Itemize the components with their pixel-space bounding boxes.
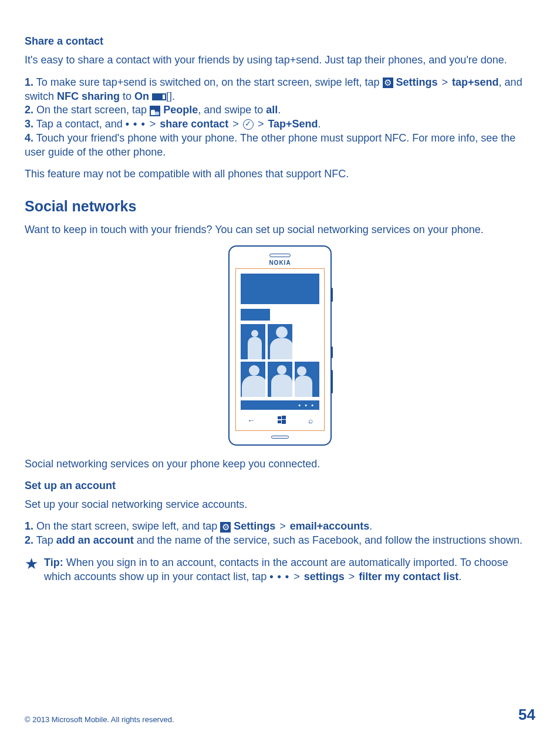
step1-on: On (134, 90, 149, 102)
setup-step2-add: add an account (56, 534, 134, 546)
setup-step1-end: . (369, 520, 372, 532)
step3-share: share contact (160, 118, 228, 130)
setup-steps: 1. On the start screen, swipe left, and … (25, 520, 535, 548)
step3-tapsend: Tap+Send (268, 118, 318, 130)
gt-2: > (149, 118, 157, 130)
nav-search-icon: ⌕ (308, 416, 313, 426)
toggle-on-icon (152, 92, 172, 102)
setup-step2-b: Tap (33, 534, 56, 546)
settings-icon-2 (220, 522, 231, 533)
tip-block: ★ Tip: When you sign in to an account, c… (25, 556, 535, 584)
svg-rect-3 (278, 416, 281, 419)
more-dots-icon-2: • • • (269, 571, 289, 582)
step4-b: Touch your friend's phone with your phon… (25, 132, 515, 158)
nav-back-icon: ← (247, 416, 255, 426)
nav-windows-icon (278, 416, 286, 426)
gt-3: > (231, 118, 240, 130)
setup-step1-b: On the start screen, swipe left, and tap (33, 520, 220, 532)
svg-rect-4 (282, 416, 286, 419)
star-icon: ★ (25, 556, 38, 571)
step1-settings: Settings (396, 76, 438, 88)
heading-share-contact: Share a contact (25, 35, 535, 48)
gt-1: > (441, 76, 450, 88)
svg-rect-6 (282, 420, 286, 424)
setup-step-1: 1. (25, 520, 33, 532)
settings-icon (383, 77, 393, 88)
setup-step2-c: and the name of the service, such as Fac… (134, 534, 522, 546)
gt-7: > (348, 571, 356, 582)
heading-setup-account: Set up an account (25, 480, 535, 492)
setup-step1-settings: Settings (234, 520, 275, 532)
step2-text-b: On the start screen, tap (33, 104, 150, 116)
setup-step1-email: email+accounts (290, 520, 370, 532)
phone-more-dots: • • • (241, 400, 319, 410)
social-intro: Want to keep in touch with your friends?… (25, 223, 535, 237)
step2-c: , and swipe to (198, 104, 266, 116)
heading-social-networks: Social networks (25, 198, 535, 215)
step1-text-a: To make sure tap+send is switched on, on… (33, 76, 382, 88)
step-num-4: 4. (25, 132, 33, 144)
page-number: 54 (518, 706, 535, 724)
step3-b: Tap a contact, and (33, 118, 126, 130)
svg-rect-2 (167, 92, 171, 102)
copyright: © 2013 Microsoft Mobile. All rights rese… (25, 715, 174, 724)
step3-end: . (318, 118, 321, 130)
tip-label: Tip: (44, 557, 63, 568)
step2-people: People (163, 104, 198, 116)
share-note: This feature may not be compatible with … (25, 167, 535, 181)
gt-6: > (292, 571, 301, 582)
gt-5: > (278, 520, 287, 532)
share-intro: It's easy to share a contact with your f… (25, 53, 535, 68)
tip-settings: settings (304, 571, 345, 582)
setup-intro: Set up your social networking service ac… (25, 498, 535, 512)
step1-tapsend: tap+send (452, 76, 499, 88)
step2-end: . (278, 104, 281, 116)
share-steps: 1. To make sure tap+send is switched on,… (25, 76, 535, 160)
step-num-1: 1. (25, 76, 33, 88)
people-icon (150, 106, 160, 116)
social-after: Social networking services on your phone… (25, 457, 535, 471)
phone-illustration: NOKIA (25, 245, 535, 446)
svg-rect-5 (278, 420, 281, 423)
setup-step-2: 2. (25, 534, 33, 546)
more-dots-icon: • • • (126, 118, 146, 130)
gt-4: > (257, 118, 265, 130)
tip-filter: filter my contact list (359, 571, 458, 582)
step-num-3: 3. (25, 118, 33, 130)
step2-all: all (266, 104, 278, 116)
svg-rect-1 (163, 95, 165, 99)
step1-nfc: NFC sharing (57, 90, 120, 102)
tip-end: . (458, 571, 461, 582)
checkmark-circle-icon (243, 119, 254, 130)
step1-to: to (120, 90, 134, 102)
phone-brand: NOKIA (235, 260, 325, 266)
step1-end: . (172, 90, 175, 102)
step-num-2: 2. (25, 104, 33, 116)
